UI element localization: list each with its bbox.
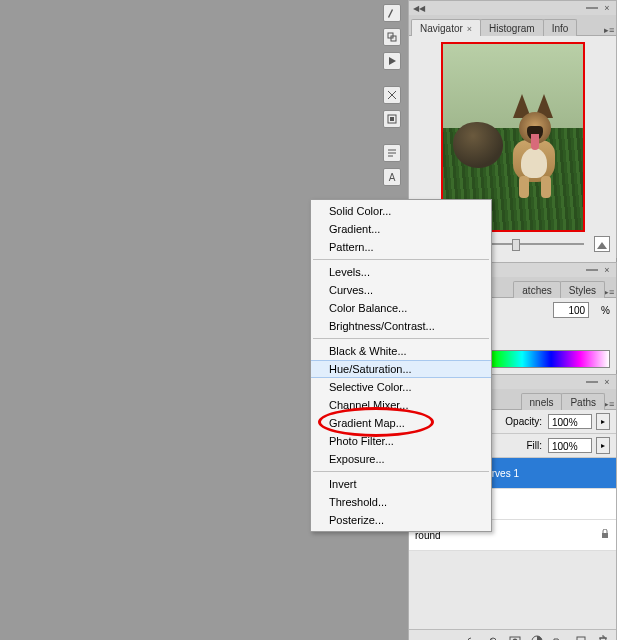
color-value-field[interactable]: 100 [553,302,589,318]
clone-source-icon[interactable] [383,28,401,46]
menu-item-channel-mixer[interactable]: Channel Mixer... [311,396,491,414]
svg-rect-5 [602,533,608,538]
panel-options-icon[interactable]: ▸≡ [604,399,614,409]
zoom-slider[interactable] [481,243,584,245]
tab-channels[interactable]: nnels [521,393,563,410]
menu-item-curves[interactable]: Curves... [311,281,491,299]
close-icon[interactable]: × [602,3,612,13]
menu-item-brightness-contrast[interactable]: Brightness/Contrast... [311,317,491,335]
menu-item-hue-saturation[interactable]: Hue/Saturation... [311,360,491,378]
play-icon[interactable] [383,52,401,70]
character-panel-icon[interactable]: A [383,168,401,186]
adjustment-layer-icon[interactable] [530,634,544,640]
menu-item-gradient-map[interactable]: Gradient Map... [311,414,491,432]
group-icon[interactable] [552,634,566,640]
menu-separator [313,259,489,260]
tab-label: atches [522,285,551,296]
navigator-tabs: Navigator× Histogram Info ▸≡ [409,15,616,36]
tab-navigator[interactable]: Navigator× [411,19,481,36]
menu-item-posterize[interactable]: Posterize... [311,511,491,529]
tab-label: Info [552,23,569,34]
new-layer-icon[interactable] [574,634,588,640]
tab-close-icon[interactable]: × [467,24,472,34]
layers-footer: fx [409,629,616,640]
panel-options-icon[interactable]: ▸≡ [604,287,614,297]
menu-item-selective-color[interactable]: Selective Color... [311,378,491,396]
collapse-arrows-icon[interactable]: ◀◀ [413,4,425,13]
panel-menu-icon[interactable] [586,7,598,9]
layer-mask-icon[interactable] [508,634,522,640]
menu-item-levels[interactable]: Levels... [311,263,491,281]
menu-item-exposure[interactable]: Exposure... [311,450,491,468]
menu-item-photo-filter[interactable]: Photo Filter... [311,432,491,450]
tab-swatches[interactable]: atches [513,281,560,298]
adjustment-layer-context-menu[interactable]: Solid Color...Gradient...Pattern...Level… [310,199,492,532]
tab-label: nnels [530,397,554,408]
menu-item-color-balance[interactable]: Color Balance... [311,299,491,317]
paragraph-panel-icon[interactable] [383,144,401,162]
tool-presets-icon[interactable] [383,86,401,104]
lock-icon [600,529,610,541]
trash-icon[interactable] [596,634,610,640]
fill-dropdown-icon[interactable]: ▸ [596,437,610,454]
opacity-label: Opacity: [505,416,542,427]
brush-preset-icon[interactable] [383,4,401,22]
tab-label: Paths [570,397,596,408]
layer-style-icon[interactable]: fx [486,634,500,640]
menu-separator [313,471,489,472]
tool-options-strip: A [383,4,402,186]
menu-item-solid-color[interactable]: Solid Color... [311,202,491,220]
panel-options-icon[interactable]: ▸≡ [604,25,614,35]
close-icon[interactable]: × [602,377,612,387]
menu-item-invert[interactable]: Invert [311,475,491,493]
panel-menu-icon[interactable] [586,381,598,383]
opacity-dropdown-icon[interactable]: ▸ [596,413,610,430]
menu-item-gradient[interactable]: Gradient... [311,220,491,238]
tab-histogram[interactable]: Histogram [480,19,544,36]
zoom-in-icon[interactable] [594,236,610,252]
tab-label: Histogram [489,23,535,34]
menu-item-threshold[interactable]: Threshold... [311,493,491,511]
fill-label: Fill: [526,440,542,451]
opacity-field[interactable]: 100% [548,414,592,429]
percent-label: % [601,305,610,316]
fill-field[interactable]: 100% [548,438,592,453]
tab-info[interactable]: Info [543,19,578,36]
menu-separator [313,338,489,339]
layer-comps-icon[interactable] [383,110,401,128]
link-layers-icon[interactable] [464,634,478,640]
svg-rect-3 [390,117,394,121]
panel-menu-icon[interactable] [586,269,598,271]
tab-label: Styles [569,285,596,296]
menu-item-black-white[interactable]: Black & White... [311,342,491,360]
tab-label: Navigator [420,23,463,34]
tab-paths[interactable]: Paths [561,393,605,410]
tab-styles[interactable]: Styles [560,281,605,298]
panel-titlebar[interactable]: ◀◀ × [409,1,616,15]
menu-item-pattern[interactable]: Pattern... [311,238,491,256]
close-icon[interactable]: × [602,265,612,275]
